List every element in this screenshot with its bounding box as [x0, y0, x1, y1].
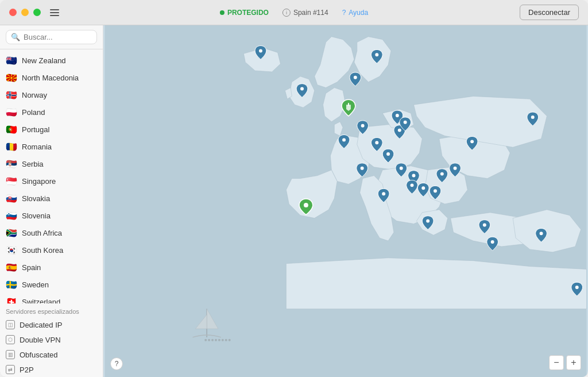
- country-item[interactable]: 🇪🇸 Spain: [0, 259, 103, 276]
- svg-point-8: [398, 129, 401, 132]
- search-box: 🔍: [0, 25, 103, 49]
- main-content: 🔍 🇳🇿 New Zealand 🇲🇰 North Macedonia 🇳🇴 N…: [0, 25, 588, 377]
- country-flag: 🇸🇰: [6, 193, 17, 204]
- country-item[interactable]: 🇳🇿 New Zealand: [0, 52, 103, 69]
- country-item[interactable]: 🇸🇮 Slovenia: [0, 207, 103, 224]
- country-flag: 🇨🇭: [6, 296, 17, 303]
- special-server-item[interactable]: ▥ Obfuscated: [0, 347, 103, 362]
- minimize-button[interactable]: [21, 9, 29, 16]
- zoom-in-button[interactable]: +: [566, 355, 581, 370]
- svg-rect-0: [105, 25, 586, 377]
- country-flag: 🇸🇪: [6, 279, 17, 290]
- country-flag: 🇷🇸: [6, 158, 17, 170]
- status-label: PROTEGIDO: [227, 9, 269, 17]
- maximize-button[interactable]: [33, 9, 41, 16]
- special-server-item[interactable]: ◫ Dedicated IP: [0, 317, 103, 332]
- status-dot: [220, 10, 225, 15]
- country-flag: 🇸🇬: [6, 175, 17, 187]
- country-name: Romania: [22, 143, 52, 151]
- titlebar: PROTEGIDO i Spain #114 ? Ayuda Desconect…: [0, 0, 588, 25]
- special-server-icon: ▥: [6, 350, 15, 359]
- country-flag: 🇰🇷: [6, 244, 17, 256]
- svg-point-20: [454, 167, 457, 170]
- country-item[interactable]: 🇲🇰 North Macedonia: [0, 69, 103, 86]
- country-flag: 🇵🇹: [6, 124, 17, 135]
- special-server-icon: ⇄: [6, 365, 15, 374]
- server-badge: i Spain #114: [283, 9, 328, 17]
- svg-point-21: [483, 223, 486, 226]
- special-server-item[interactable]: ⇄ P2P: [0, 362, 103, 377]
- server-label: Spain #114: [293, 9, 328, 17]
- sidebar: 🔍 🇳🇿 New Zealand 🇲🇰 North Macedonia 🇳🇴 N…: [0, 25, 103, 377]
- svg-point-35: [218, 339, 220, 341]
- country-name: Slovenia: [22, 211, 51, 220]
- country-item[interactable]: 🇸🇬 Singapore: [0, 172, 103, 190]
- zoom-out-button[interactable]: −: [549, 355, 564, 370]
- svg-point-19: [470, 140, 474, 143]
- country-flag: 🇵🇱: [6, 106, 17, 118]
- country-item[interactable]: 🇷🇸 Serbia: [0, 155, 103, 172]
- country-flag: 🇷🇴: [6, 141, 17, 152]
- svg-point-3: [375, 53, 378, 56]
- close-button[interactable]: [9, 9, 17, 16]
- special-servers-list: ◫ Dedicated IP ⬡ Double VPN ▥ Obfuscated…: [0, 317, 103, 377]
- special-server-item[interactable]: ⬡ Double VPN: [0, 332, 103, 347]
- country-item[interactable]: 🇿🇦 South Africa: [0, 224, 103, 241]
- country-flag: 🇳🇿: [6, 55, 17, 66]
- help-badge[interactable]: ? Ayuda: [342, 9, 369, 17]
- svg-point-38: [229, 339, 231, 341]
- svg-point-10: [400, 167, 403, 170]
- country-name: Singapore: [22, 177, 56, 186]
- svg-point-23: [531, 116, 535, 119]
- country-item[interactable]: 🇰🇷 South Korea: [0, 241, 103, 259]
- country-item[interactable]: 🇨🇭 Switzerland: [0, 293, 103, 303]
- svg-point-26: [575, 286, 579, 289]
- country-name: Slovakia: [22, 194, 50, 203]
- special-server-name: Double VPN: [20, 336, 61, 344]
- svg-point-17: [361, 167, 364, 170]
- disconnect-button[interactable]: Desconectar: [520, 5, 579, 20]
- country-item[interactable]: 🇸🇰 Slovakia: [0, 190, 103, 207]
- country-item[interactable]: 🇵🇹 Portugal: [0, 121, 103, 138]
- svg-rect-4: [348, 103, 349, 106]
- svg-point-11: [412, 174, 415, 178]
- help-label: Ayuda: [349, 9, 368, 17]
- svg-point-22: [426, 220, 430, 223]
- country-name: Spain: [22, 263, 41, 272]
- special-server-name: Dedicated IP: [20, 321, 62, 329]
- svg-point-36: [222, 339, 224, 341]
- svg-point-9: [386, 152, 390, 156]
- special-server-icon: ⬡: [6, 335, 15, 344]
- country-flag: 🇸🇮: [6, 210, 17, 221]
- svg-point-31: [204, 339, 207, 341]
- country-item[interactable]: 🇵🇱 Poland: [0, 103, 103, 121]
- svg-point-12: [440, 172, 444, 176]
- map-help-button[interactable]: ?: [110, 357, 123, 370]
- svg-point-1: [259, 49, 262, 52]
- help-icon: ?: [342, 9, 346, 17]
- svg-point-27: [396, 114, 399, 117]
- country-flag: 🇳🇴: [6, 89, 17, 101]
- svg-point-29: [361, 124, 365, 128]
- app-window: PROTEGIDO i Spain #114 ? Ayuda Desconect…: [0, 0, 588, 377]
- svg-point-2: [354, 76, 357, 79]
- titlebar-center: PROTEGIDO i Spain #114 ? Ayuda: [220, 9, 368, 17]
- svg-point-25: [491, 240, 494, 244]
- svg-point-24: [540, 232, 543, 235]
- country-name: Portugal: [22, 125, 49, 134]
- country-flag: 🇪🇸: [6, 261, 17, 273]
- svg-point-28: [404, 121, 407, 124]
- special-server-name: P2P: [20, 366, 34, 374]
- search-input[interactable]: [24, 33, 92, 41]
- country-item[interactable]: 🇸🇪 Sweden: [0, 276, 103, 293]
- country-name: Norway: [22, 91, 47, 99]
- svg-point-7: [375, 141, 378, 144]
- country-item[interactable]: 🇷🇴 Romania: [0, 138, 103, 155]
- server-icon: i: [283, 9, 291, 17]
- section-label: Servidores especializados: [0, 303, 103, 317]
- menu-icon[interactable]: [50, 9, 59, 16]
- search-icon: 🔍: [11, 33, 20, 41]
- country-item[interactable]: 🇳🇴 Norway: [0, 86, 103, 103]
- country-name: Sweden: [22, 280, 49, 289]
- svg-point-37: [225, 339, 227, 341]
